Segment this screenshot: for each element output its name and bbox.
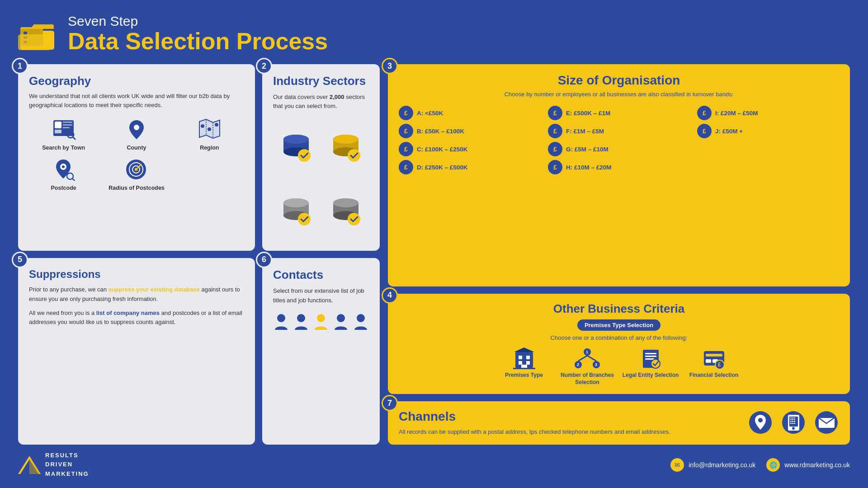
- svg-rect-9: [63, 122, 72, 123]
- svg-point-36: [333, 135, 359, 144]
- svg-marker-60: [514, 347, 534, 352]
- branches-icon: 1 2 3: [574, 347, 601, 369]
- svg-point-41: [283, 198, 309, 207]
- step5-number: 5: [12, 252, 28, 268]
- svg-point-50: [317, 314, 325, 322]
- header-title: Data Selection Process: [68, 28, 328, 54]
- region-icon: [196, 117, 223, 141]
- footer-website-item: 🌐 www.rdmarketing.co.uk: [766, 458, 850, 472]
- company-name-line2: DRIVEN: [45, 460, 89, 469]
- svg-line-13: [73, 137, 75, 139]
- radius-label: Radius of Postcodes: [108, 184, 165, 192]
- company-name-line1: RESULTS: [45, 451, 89, 460]
- svg-rect-11: [63, 127, 70, 128]
- step1-geography-card: 1 Geography We understand that not all c…: [18, 64, 255, 251]
- step2-highlight: 2,000: [330, 94, 344, 100]
- channels-icons-group: [748, 410, 839, 435]
- footer-contact-info: ✉ info@rdmarketing.co.uk 🌐 www.rdmarketi…: [670, 458, 850, 472]
- database-icons: [273, 117, 369, 241]
- svg-rect-87: [792, 418, 793, 418]
- svg-line-65: [587, 356, 596, 361]
- step1-title: Geography: [29, 74, 244, 88]
- person-icon-4: [333, 313, 349, 331]
- size-band-f-label: F: £1M – £5M: [566, 128, 604, 135]
- legal-icon: [638, 347, 663, 369]
- svg-line-21: [72, 178, 75, 181]
- svg-point-51: [337, 314, 345, 322]
- step1-number: 1: [12, 58, 28, 74]
- pound-icon-d: £: [399, 160, 413, 174]
- step3-number: 3: [382, 58, 398, 74]
- pound-icon-h: £: [548, 160, 562, 174]
- svg-rect-92: [790, 421, 792, 422]
- size-band-d: £ D: £250K – £500K: [399, 160, 541, 174]
- channels-text-block: Channels All records can be supplied wit…: [399, 409, 670, 436]
- criteria-premises-type: Premises Type: [495, 347, 553, 386]
- bottom-row: 5 Suppressions Prior to any purchase, we…: [18, 258, 380, 445]
- step6-number: 6: [256, 252, 272, 268]
- postcode-label: Postcode: [51, 184, 76, 192]
- svg-rect-70: [645, 353, 656, 354]
- geography-icons-grid: Search by Town County: [29, 117, 244, 192]
- building-icon: [512, 347, 537, 369]
- page-header: Seven Step Data Selection Process: [18, 14, 850, 54]
- svg-rect-91: [794, 419, 795, 420]
- size-band-b: £ B: £50K – £100K: [399, 124, 541, 138]
- svg-point-31: [283, 135, 309, 144]
- step6-description: Select from our extensive list of job ti…: [273, 286, 369, 305]
- step4-subtitle: Choose one or a combination of any of th…: [399, 334, 839, 341]
- suppress-highlight: suppress your existing database: [108, 286, 200, 293]
- pound-icon-g: £: [548, 142, 562, 156]
- person-icon-5: [353, 313, 369, 331]
- pound-icon-j: £: [697, 124, 712, 138]
- step5-title: Suppressions: [29, 268, 244, 281]
- premises-badge: Premises Type Selection: [577, 319, 660, 331]
- svg-point-81: [758, 418, 763, 422]
- svg-text:2: 2: [577, 362, 579, 367]
- size-band-g: £ G: £5M – £10M: [548, 142, 690, 156]
- search-by-town-label: Search by Town: [42, 144, 85, 151]
- step1-description: We understand that not all clients work …: [29, 92, 244, 109]
- svg-rect-88: [794, 418, 795, 418]
- size-bands-grid: £ A: <£50K £ E: £500K – £1M £ I: £20M – …: [399, 106, 839, 174]
- company-name: RESULTS DRIVEN MARKETING: [45, 451, 89, 479]
- svg-point-27: [135, 168, 137, 171]
- svg-point-16: [208, 127, 211, 131]
- svg-point-19: [62, 165, 65, 168]
- svg-rect-76: [706, 359, 711, 363]
- criteria-legal-label: Legal Entity Selection: [623, 372, 679, 379]
- criteria-financial-label: Financial Selection: [689, 372, 739, 379]
- svg-rect-54: [519, 356, 522, 359]
- company-logo: RESULTS DRIVEN MARKETING: [18, 451, 89, 479]
- top-row: 1 Geography We understand that not all c…: [18, 64, 380, 251]
- criteria-legal: Legal Entity Selection: [621, 347, 680, 386]
- database-icon-3: [273, 195, 319, 226]
- svg-rect-86: [790, 418, 792, 418]
- svg-point-46: [333, 198, 359, 207]
- svg-rect-89: [790, 419, 792, 420]
- company-name-line3: MARKETING: [45, 469, 89, 479]
- step3-subtitle: Choose by number or employees or all bus…: [399, 90, 839, 99]
- step2-number: 2: [256, 58, 272, 74]
- step7-description: All records can be supplied with a posta…: [399, 427, 670, 436]
- footer-website: www.rdmarketing.co.uk: [784, 461, 850, 469]
- step4-business-card: 4 Other Business Criteria Premises Type …: [388, 294, 850, 394]
- svg-rect-58: [521, 365, 527, 368]
- svg-rect-95: [790, 423, 792, 424]
- criteria-branches: 1 2 3 Number of Branches Selection: [558, 347, 617, 386]
- svg-point-42: [298, 213, 311, 225]
- svg-rect-10: [63, 124, 72, 126]
- criteria-branches-label: Number of Branches Selection: [558, 372, 617, 386]
- database-icon-1: [273, 131, 319, 163]
- business-criteria-icons: Premises Type 1 2 3: [399, 347, 839, 386]
- location-pin-icon: [748, 410, 773, 435]
- svg-rect-2: [24, 32, 27, 34]
- size-band-i: £ I: £20M – £50M: [697, 106, 839, 120]
- size-band-i-label: I: £20M – £50M: [715, 110, 758, 117]
- person-icon-3-highlighted: [313, 313, 329, 331]
- step6-contacts-card: 6 Contacts Select from our extensive lis…: [262, 258, 380, 445]
- postcode-icon: [50, 157, 77, 182]
- svg-line-64: [578, 356, 587, 361]
- step2-title: Industry Sectors: [273, 74, 369, 88]
- county-icon: [123, 117, 150, 141]
